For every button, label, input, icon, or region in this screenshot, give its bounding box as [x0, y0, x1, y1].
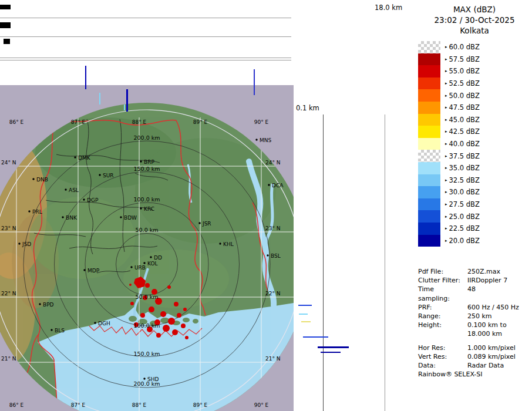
- lon-label: 87° E: [71, 402, 86, 408]
- legend-value: 25.0 dBZ: [449, 213, 480, 221]
- city-dot: [28, 210, 30, 212]
- tick-label-bar: [0, 5, 11, 9]
- legend-swatch: [418, 41, 440, 53]
- legend-swatch: [418, 126, 440, 138]
- software-brand: Rainbow® SELEX-SI: [418, 370, 531, 379]
- legend-tick-icon: ▸: [445, 69, 447, 73]
- min-height-label: 0.1 km: [296, 104, 319, 112]
- legend-tick-icon: ▸: [445, 190, 447, 194]
- city-dot: [140, 160, 142, 162]
- axis-line: [0, 60, 291, 60]
- tick-label-bar: [4, 39, 10, 44]
- timestamp: 23:02 / 30-Oct-2025: [417, 15, 532, 25]
- legend-label: ▸45.0 dBZ: [445, 116, 480, 124]
- max-height-label: 18.0 km: [375, 4, 402, 12]
- city-label: BRP: [144, 159, 154, 165]
- city-label: JSR: [202, 221, 211, 227]
- legend-value: 30.0 dBZ: [449, 188, 480, 196]
- city-dot: [65, 188, 66, 190]
- lon-label: 90° E: [254, 402, 269, 408]
- city-dot: [143, 262, 145, 264]
- legend-swatch: [418, 138, 440, 150]
- city-label: MDP: [87, 268, 100, 274]
- lon-label: 87° E: [71, 119, 86, 125]
- legend-label: ▸50.0 dBZ: [445, 92, 480, 100]
- lat-label: 22° N: [1, 291, 16, 297]
- info-value: IIRDoppler 7: [467, 276, 507, 285]
- legend-swatch: [418, 114, 440, 126]
- lat-label: 22° N: [265, 291, 281, 297]
- legend-tick-icon: ▸: [445, 45, 447, 49]
- legend-tick-icon: ▸: [445, 202, 447, 207]
- city-label: BLS: [55, 328, 65, 333]
- legend-value: 47.5 dBZ: [449, 103, 480, 112]
- legend-tick-icon: ▸: [445, 81, 447, 86]
- city-dot: [268, 184, 270, 186]
- range-ring-label: 50.0 km: [136, 294, 159, 300]
- city-dot: [255, 139, 257, 140]
- legend-label: ▸25.0 dBZ: [445, 213, 480, 221]
- info-value: 0.100 km to18.000 km: [467, 321, 507, 338]
- info-value: 600 Hz / 450 Hz: [467, 303, 519, 312]
- city-dot: [83, 269, 85, 271]
- right-cross-section-panel: 18.0 km 0.1 km: [294, 0, 417, 411]
- echo-row: [303, 336, 328, 338]
- city-dot: [18, 242, 20, 244]
- legend-label: ▸47.5 dBZ: [445, 103, 480, 112]
- legend-panel: MAX (dBZ) 23:02 / 30-Oct-2025 Kolkata ▸6…: [417, 0, 532, 411]
- legend-tick-icon: ▸: [445, 129, 447, 134]
- info-label: Data:: [418, 361, 467, 370]
- legend-entry: ▸27.5 dBZ: [418, 198, 480, 211]
- legend-swatch: [418, 162, 440, 174]
- city-dot: [198, 222, 200, 224]
- legend-swatch: [418, 186, 440, 198]
- legend-value: 35.0 dBZ: [449, 164, 480, 172]
- info-value: Radar Data: [467, 361, 504, 370]
- range-ring-label: 200.0 km: [134, 134, 160, 141]
- lat-label: 24° N: [265, 160, 281, 166]
- city-label: SUR: [103, 173, 114, 178]
- lat-label: 24° N: [1, 160, 16, 166]
- legend-swatch: [418, 78, 440, 90]
- range-ring-label: 100.0 km: [134, 322, 160, 329]
- legend-swatch: [418, 65, 440, 78]
- city-dot: [74, 156, 76, 158]
- echo-row: [299, 314, 308, 315]
- lat-label: 23° N: [265, 225, 281, 231]
- range-ring-label: 150.0 km: [134, 351, 160, 357]
- city-label: URB: [134, 265, 146, 271]
- lon-label: 86° E: [9, 402, 24, 408]
- info-row: Clutter Filter:IIRDoppler 7: [418, 276, 531, 285]
- legend-entry: ▸60.0 dBZ: [418, 41, 480, 53]
- city-label: BSL: [271, 253, 281, 259]
- info-label: Time sampling:: [418, 285, 467, 302]
- city-label: DNB: [36, 177, 48, 183]
- axis-line: [0, 36, 291, 37]
- legend-entry: ▸25.0 dBZ: [418, 210, 480, 223]
- legend-label: ▸60.0 dBZ: [445, 43, 480, 51]
- legend-entry: ▸30.0 dBZ: [418, 186, 480, 198]
- city-dot: [32, 178, 34, 180]
- legend-tick-icon: ▸: [445, 226, 447, 231]
- range-ring-label: 150.0 km: [134, 166, 160, 172]
- legend-entry: ▸20.0 dBZ: [418, 235, 480, 247]
- legend-value: 22.5 dBZ: [449, 224, 480, 233]
- legend-tick-icon: ▸: [445, 214, 447, 219]
- legend-tick-icon: ▸: [445, 57, 447, 62]
- city-label: BPD: [43, 302, 54, 308]
- city-label: DGP: [87, 197, 99, 203]
- radar-display: 86° E86° E87° E87° E88° E88° E89° E89° E…: [0, 0, 532, 411]
- city-dot: [62, 216, 63, 218]
- legend-value: 37.5 dBZ: [449, 152, 480, 160]
- legend-label: ▸37.5 dBZ: [445, 152, 480, 160]
- legend-value: 42.5 dBZ: [449, 127, 480, 136]
- legend-swatch: [418, 235, 440, 247]
- legend-value: 20.0 dBZ: [449, 237, 480, 245]
- legend-value: 52.5 dBZ: [449, 79, 480, 87]
- legend-label: ▸20.0 dBZ: [445, 237, 480, 245]
- legend-swatch: [418, 53, 440, 66]
- city-dot: [39, 303, 41, 305]
- range-ring-label: 100.0 km: [134, 196, 160, 203]
- city-label: JSD: [22, 241, 31, 247]
- city-label: BDW: [124, 215, 137, 221]
